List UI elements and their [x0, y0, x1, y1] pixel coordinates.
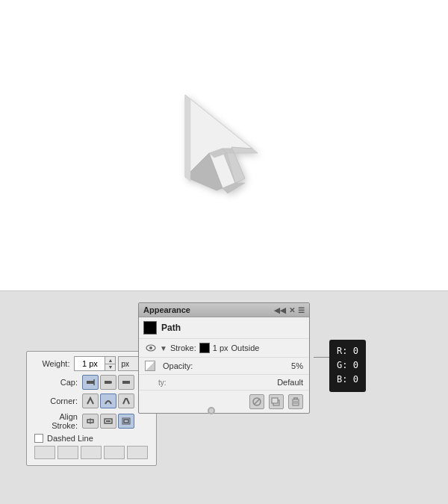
corner-bevel-button[interactable]	[118, 393, 134, 408]
stroke-text: Stroke:	[170, 343, 196, 352]
expand-stroke-arrow[interactable]: ▼	[160, 344, 167, 352]
align-inside-button[interactable]	[100, 414, 116, 429]
appearance-panel: Appearance ◀◀ ✕ ☰ Path ▼ Stroke: 1 px Ou…	[138, 302, 310, 414]
cap-row: Cap:	[31, 375, 152, 390]
opacity-value: 5%	[291, 361, 303, 370]
svg-rect-11	[122, 381, 130, 384]
align-stroke-label: Align Stroke:	[31, 412, 82, 430]
rgb-tooltip: R: 0 G: 0 B: 0	[329, 340, 366, 392]
opacity-row: Opacity: 5%	[139, 358, 309, 375]
corner-miter-button[interactable]	[82, 393, 99, 408]
svg-point-10	[109, 381, 112, 384]
spin-down-button[interactable]: ▼	[105, 364, 115, 371]
cap-label: Cap:	[31, 378, 82, 387]
unit-value: px	[121, 360, 129, 368]
cap-buttons	[82, 375, 134, 390]
no-icon-button[interactable]	[249, 394, 264, 409]
rgb-r-row: R: 0	[337, 344, 358, 358]
stroke-position-value: Outside	[231, 343, 260, 352]
dashed-label: Dashed Line	[47, 434, 93, 443]
cap-butt-button[interactable]	[82, 375, 99, 390]
blend-row: ty: Default	[139, 375, 309, 391]
b-label: B:	[337, 374, 347, 385]
svg-point-19	[149, 346, 152, 349]
g-label: G:	[337, 360, 347, 370]
g-value: 0	[353, 360, 358, 370]
dash-input-5[interactable]	[127, 446, 148, 459]
cap-round-button[interactable]	[100, 375, 116, 390]
menu-button[interactable]: ☰	[298, 306, 305, 314]
collapse-button[interactable]: ◀◀	[274, 306, 286, 314]
delete-button[interactable]	[288, 394, 303, 409]
svg-rect-23	[272, 398, 278, 403]
weight-input[interactable]	[74, 356, 105, 371]
svg-marker-5	[185, 95, 190, 181]
duplicate-button[interactable]	[269, 394, 284, 409]
appearance-title: Appearance	[143, 305, 190, 314]
stroke-size-value: 1 px	[213, 343, 228, 352]
cap-square-button[interactable]	[118, 375, 134, 390]
path-swatch[interactable]	[143, 321, 157, 335]
weight-label: Weight:	[31, 359, 74, 368]
opacity-label: Opacity:	[160, 361, 287, 370]
dashed-checkbox[interactable]	[34, 434, 43, 443]
dashed-line-row: Dashed Line	[31, 434, 152, 443]
path-row: Path	[139, 317, 309, 339]
r-label: R:	[337, 346, 347, 356]
b-value: 0	[353, 374, 358, 385]
svg-rect-16	[124, 420, 128, 423]
svg-rect-15	[106, 420, 111, 422]
r-value: 0	[353, 346, 358, 356]
weight-spinbox: ▲ ▼	[74, 356, 116, 371]
corner-label: Corner:	[31, 396, 82, 405]
dash-input-3[interactable]	[81, 446, 102, 459]
panel-footer	[139, 391, 309, 413]
titlebar-controls: ◀◀ ✕ ☰	[274, 306, 305, 314]
blend-value: Default	[277, 378, 303, 387]
path-label: Path	[161, 323, 305, 333]
blend-label: ty:	[158, 379, 273, 387]
dash-input-4[interactable]	[104, 446, 125, 459]
cursor-3d-icon	[164, 80, 284, 211]
align-center-button[interactable]	[82, 414, 99, 429]
bottom-panel: Weight: ▲ ▼ px ▼ Cap:	[0, 291, 448, 504]
corner-row: Corner:	[31, 393, 152, 408]
align-stroke-buttons	[82, 414, 134, 429]
canvas-area	[0, 0, 448, 291]
close-button[interactable]: ✕	[289, 306, 295, 314]
dash-input-1[interactable]	[34, 446, 55, 459]
appearance-titlebar: Appearance ◀◀ ✕ ☰	[139, 303, 309, 317]
stroke-options-panel: Weight: ▲ ▼ px ▼ Cap:	[26, 351, 157, 466]
svg-line-21	[254, 399, 260, 405]
weight-row: Weight: ▲ ▼ px ▼	[31, 356, 152, 371]
align-stroke-row: Align Stroke:	[31, 412, 152, 430]
corner-round-button[interactable]	[100, 393, 116, 408]
spin-arrows: ▲ ▼	[105, 356, 116, 371]
stroke-appearance-row: ▼ Stroke: 1 px Outside	[139, 339, 309, 358]
visibility-toggle[interactable]	[145, 343, 157, 353]
opacity-swatch[interactable]	[145, 361, 155, 371]
dashed-inputs-group	[31, 446, 152, 459]
rgb-b-row: B: 0	[337, 373, 358, 387]
svg-rect-7	[87, 381, 94, 384]
stroke-color-swatch[interactable]	[199, 343, 210, 353]
dash-input-2[interactable]	[57, 446, 78, 459]
align-outside-button[interactable]	[118, 414, 134, 429]
corner-buttons	[82, 393, 134, 408]
rgb-g-row: G: 0	[337, 358, 358, 373]
spin-up-button[interactable]: ▲	[105, 357, 115, 364]
